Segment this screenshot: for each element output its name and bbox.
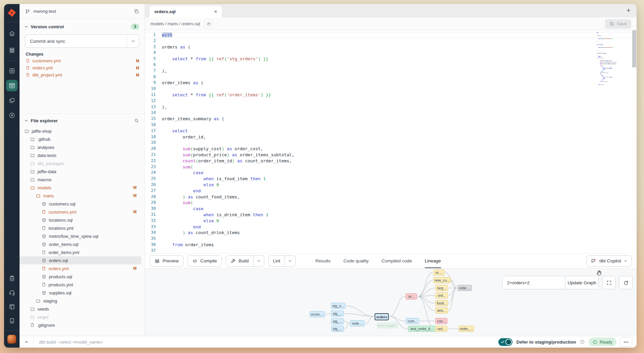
file-tree-item[interactable]: products.sql — [20, 272, 141, 281]
lineage-node[interactable]: food... — [435, 300, 448, 306]
lineage-node[interactable]: ecom.... — [310, 311, 325, 317]
tab-orders-sql[interactable]: orders.sql × — [150, 6, 222, 18]
clipboard-icon[interactable] — [6, 272, 18, 284]
file-tree-item[interactable]: locations.yml — [20, 224, 141, 232]
code-line[interactable]: 22 count(order_item_id) as count_order_i… — [145, 158, 637, 164]
code-line[interactable]: 34 ) as count_drink_items — [145, 230, 637, 236]
code-line[interactable]: 30 case — [145, 206, 637, 212]
lineage-search-input[interactable] — [502, 276, 565, 289]
file-tree-item[interactable]: data-tests — [20, 151, 141, 159]
chevron-down-icon[interactable] — [127, 35, 139, 47]
scrollbar-thumb[interactable] — [632, 30, 636, 67]
code-line[interactable]: 17 select — [145, 128, 637, 134]
code-line[interactable]: 37 — [145, 248, 637, 253]
code-line[interactable]: 7 ), — [145, 68, 637, 74]
warehouse-icon[interactable] — [6, 44, 18, 56]
lineage-node[interactable]: new_cu... — [433, 277, 451, 283]
code-line[interactable]: 13 ), — [145, 104, 637, 110]
code-line[interactable]: 32 else 0 — [145, 218, 637, 224]
lineage-node[interactable]: ord... — [435, 326, 447, 332]
code-line[interactable]: 35 — [145, 236, 637, 242]
lint-button[interactable]: Lint — [269, 256, 285, 266]
file-tree-item[interactable]: dbt_packages — [20, 159, 141, 167]
minimap[interactable] — [597, 32, 631, 87]
file-explorer-header[interactable]: File explorer — [20, 114, 145, 125]
code-line[interactable]: 36 from order_items — [145, 242, 637, 248]
lineage-node[interactable]: cus... — [435, 318, 447, 324]
help-icon[interactable] — [580, 339, 585, 345]
file-tree-item[interactable]: macros — [20, 175, 141, 184]
code-line[interactable]: 4 — [145, 50, 637, 56]
code-editor-icon[interactable] — [6, 80, 18, 91]
code-line[interactable]: 15 order_items_summary as ( — [145, 116, 637, 122]
dbt-copilot-button[interactable]: dbt Copilot — [586, 255, 632, 267]
lineage-node[interactable]: orde.... — [457, 285, 472, 291]
home-icon[interactable] — [6, 28, 18, 39]
file-tree-item[interactable]: supplies.sql — [20, 289, 141, 297]
code-line[interactable]: 12 — [145, 98, 637, 104]
editor-scrollbar[interactable] — [632, 30, 637, 253]
lineage-node[interactable]: test_suppl... — [377, 322, 398, 328]
user-avatar[interactable] — [7, 335, 16, 344]
search-icon[interactable] — [134, 118, 139, 123]
code-line[interactable]: 19 — [145, 140, 637, 146]
code-line[interactable]: 2 — [145, 38, 637, 44]
lineage-node[interactable]: stg_o... — [331, 303, 345, 309]
code-line[interactable]: 24 case — [145, 170, 637, 176]
result-tab[interactable]: Compiled code — [381, 254, 412, 268]
file-tree-item[interactable]: order_items.yml — [20, 248, 141, 256]
file-tree-item[interactable]: orders.sql — [20, 256, 141, 264]
file-tree-item[interactable]: locations.sql — [20, 216, 141, 224]
lineage-node[interactable]: drin... — [435, 308, 448, 314]
copy-icon[interactable] — [134, 9, 139, 14]
file-tree-item[interactable]: customers.yml M — [20, 208, 141, 216]
new-tab-icon[interactable]: + — [626, 7, 631, 14]
code-line[interactable]: 25 when is_food_item then 1 — [145, 176, 637, 182]
defer-toggle[interactable] — [498, 338, 513, 346]
file-tree-item[interactable]: marts M — [20, 192, 141, 200]
chevron-down-icon[interactable] — [253, 256, 264, 266]
lineage-node[interactable]: larg... — [435, 285, 448, 291]
dashboard-grid-icon[interactable] — [6, 65, 18, 76]
code-line[interactable]: 3 orders as ( — [145, 44, 637, 50]
file-tree-item[interactable]: .github — [20, 135, 141, 143]
command-input[interactable]: dbt build --select <model_name> — [39, 340, 103, 345]
code-line[interactable]: 1 with — [145, 32, 637, 38]
headset-icon[interactable] — [6, 287, 18, 298]
code-line[interactable]: 26 else 0 — [145, 182, 637, 188]
lineage-node[interactable]: stg_... — [331, 318, 344, 324]
save-button[interactable]: Save — [605, 19, 631, 29]
file-tree-item[interactable]: analyses — [20, 143, 141, 151]
compile-button[interactable]: Compile — [187, 255, 222, 267]
file-tree-item[interactable]: orders.yml M — [20, 264, 141, 272]
code-line[interactable]: 9 order_items as ( — [145, 80, 637, 86]
file-tree-item[interactable]: target — [20, 313, 141, 321]
code-line[interactable]: 31 when is_drink_item then 1 — [145, 212, 637, 218]
code-line[interactable]: 18 order_id, — [145, 134, 637, 140]
build-button[interactable]: Build — [226, 256, 253, 266]
code-line[interactable]: 11 select * from {{ ref('order_items') }… — [145, 92, 637, 98]
lineage-node[interactable]: stg_... — [331, 326, 344, 332]
code-line[interactable]: 5 select * from {{ ref('stg_orders') }} — [145, 56, 637, 62]
lineage-node[interactable]: or... — [406, 293, 417, 299]
result-tab[interactable]: Lineage — [425, 254, 441, 268]
code-line[interactable]: 27 end — [145, 188, 637, 194]
fullscreen-icon[interactable] — [602, 276, 616, 289]
lineage-node[interactable]: cust... — [406, 318, 419, 324]
result-tab[interactable]: Code quality — [343, 254, 369, 268]
version-control-header[interactable]: Version control 3 — [20, 19, 145, 32]
lineage-node[interactable]: orders — [375, 313, 389, 320]
file-tree-item[interactable]: jaffle-data — [20, 167, 141, 175]
file-tree-item[interactable]: seeds — [20, 305, 141, 313]
lineage-node[interactable]: order_... — [459, 326, 474, 332]
terminal-panel-icon[interactable] — [6, 315, 18, 326]
docs-icon[interactable] — [6, 301, 18, 312]
open-in-icon[interactable] — [204, 19, 213, 28]
close-icon[interactable]: × — [214, 9, 217, 14]
code-line[interactable]: 14 — [145, 110, 637, 116]
code-line[interactable]: 29 sum( — [145, 200, 637, 206]
code-editor[interactable]: 1 with 2 3 orders as ( 4 5 — [145, 30, 637, 253]
result-tab[interactable]: Results — [315, 254, 330, 268]
file-tree-item[interactable]: products.yml — [20, 281, 141, 289]
preview-button[interactable]: Preview — [150, 255, 183, 267]
